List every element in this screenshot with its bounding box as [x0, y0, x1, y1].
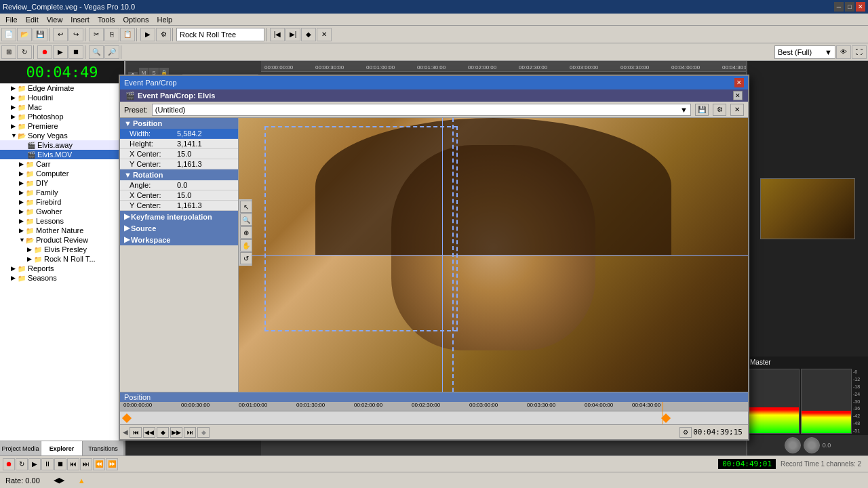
minimize-btn[interactable]: ─	[834, 2, 844, 12]
kf-next-btn[interactable]: ▶▶	[170, 427, 182, 438]
ycenter-rot-row[interactable]: Y Center: 1,161.3	[120, 201, 238, 211]
tree-item-reports[interactable]: ▶ 📁 Reports	[0, 264, 124, 273]
next-marker-btn[interactable]: ▶|	[285, 28, 300, 41]
preset-options-btn[interactable]: ⚙	[713, 104, 726, 116]
fullscreen-btn[interactable]: ⛶	[852, 45, 867, 59]
play-transport-btn[interactable]: ▶	[28, 458, 41, 470]
stop-transport-btn[interactable]: ⏹	[54, 458, 66, 470]
tree-item-elvis-mov[interactable]: 🎬 Elvis.MOV	[0, 150, 124, 159]
zoom-out-btn[interactable]: 🔎	[104, 45, 119, 59]
fwd-btn[interactable]: ⏩	[106, 458, 118, 470]
next-frame-btn[interactable]: ⏭	[80, 458, 92, 470]
tab-transitions[interactable]: Transitions	[83, 441, 124, 455]
workspace-group[interactable]: ▶ Workspace	[120, 234, 238, 245]
close-btn[interactable]: ✕	[856, 2, 865, 12]
paste-btn[interactable]: 📋	[120, 28, 135, 41]
loop-transport-btn[interactable]: ↻	[16, 458, 28, 470]
new-btn[interactable]: 📄	[1, 28, 16, 41]
kf-prev-btn[interactable]: ◀◀	[143, 427, 155, 438]
menu-options[interactable]: Options	[119, 16, 153, 24]
zoom-in-btn[interactable]: 🔍	[89, 45, 104, 59]
kf-play-btn[interactable]: ⏮	[130, 427, 142, 438]
tree-item-mac[interactable]: ▶ 📁 Mac	[0, 102, 124, 112]
crop-box[interactable]	[264, 126, 458, 331]
menu-view[interactable]: View	[43, 16, 67, 24]
preset-dropdown[interactable]: (Untitled) ▼	[152, 104, 691, 116]
maximize-btn[interactable]: □	[845, 2, 854, 12]
play-preview-btn[interactable]: ▶	[53, 45, 68, 59]
rotation-group[interactable]: ▼ Rotation	[120, 169, 238, 180]
ycenter-pos-row[interactable]: Y Center: 1,161.3	[120, 159, 238, 169]
redo-btn[interactable]: ↪	[68, 28, 83, 41]
tree-item-sony-vegas[interactable]: ▼ 📂 Sony Vegas	[0, 131, 124, 140]
properties-btn[interactable]: ⚙	[156, 28, 171, 41]
angle-row[interactable]: Angle: 0.0	[120, 180, 238, 190]
kf-options-btn[interactable]: ⚙	[679, 427, 692, 438]
height-row[interactable]: Height: 3,141.1	[120, 139, 238, 149]
tree-item-photoshop[interactable]: ▶ 📁 Photoshop	[0, 112, 124, 121]
record-transport-btn[interactable]: ⏺	[3, 458, 15, 470]
keyframe-group[interactable]: ▶ Keyframe interpolation	[120, 211, 238, 222]
loop-btn[interactable]: ↻	[17, 45, 32, 59]
tab-explorer[interactable]: Explorer	[41, 441, 83, 455]
tree-item-lessons[interactable]: ▶ 📁 Lessons	[0, 216, 124, 226]
project-dropdown[interactable]: Rock N Roll Tree	[176, 28, 264, 41]
event-pan-crop-dialog[interactable]: Event Pan/Crop ✕ 🎬 Event Pan/Crop: Elvis…	[119, 75, 749, 441]
file-tree[interactable]: ▶ 📁 Edge Animate ▶ 📁 Houdini ▶ 📁 Mac ▶ 📁…	[0, 83, 124, 441]
quality-dropdown[interactable]: Best (Full) ▼	[774, 45, 835, 59]
tree-item-firebird[interactable]: ▶ 📁 Firebird	[0, 197, 124, 207]
kf-marker-1[interactable]	[122, 413, 132, 423]
width-row[interactable]: Width: 5,584.2	[120, 129, 238, 139]
tree-item-edge-animate[interactable]: ▶ 📁 Edge Animate	[0, 83, 124, 93]
delete-marker-btn[interactable]: ✕	[317, 28, 332, 41]
stop-btn2[interactable]: ⏹	[68, 45, 83, 59]
inner-close-btn[interactable]: ✕	[733, 91, 743, 100]
tree-item-seasons[interactable]: ▶ 📁 Seasons	[0, 273, 124, 283]
tree-item-houdini[interactable]: ▶ 📁 Houdini	[0, 93, 124, 102]
save-btn[interactable]: 💾	[33, 28, 47, 41]
kf-end-btn[interactable]: ⏭	[184, 427, 196, 438]
menu-tools[interactable]: Tools	[94, 16, 119, 24]
copy-btn[interactable]: ⎘	[104, 28, 119, 41]
tree-item-elvis-away[interactable]: 🎬 Elvis.away	[0, 140, 124, 150]
dialog-close-btn[interactable]: ✕	[734, 78, 744, 87]
tree-item-diy[interactable]: ▶ 📁 DIY	[0, 178, 124, 188]
kf-delete-btn[interactable]: ◆	[197, 427, 210, 438]
dialog-preview[interactable]	[239, 118, 748, 392]
position-group[interactable]: ▼ Position	[120, 118, 238, 129]
source-group[interactable]: ▶ Source	[120, 222, 238, 234]
tree-item-computer[interactable]: ▶ 📁 Computer	[0, 169, 124, 178]
preset-close2-btn[interactable]: ✕	[730, 104, 744, 116]
menu-insert[interactable]: Insert	[66, 16, 94, 24]
tree-item-gwoher[interactable]: ▶ 📁 Gwoher	[0, 207, 124, 216]
prev-marker-btn[interactable]: |◀	[270, 28, 285, 41]
kf-add-btn[interactable]: ◆	[157, 427, 169, 438]
volume-knob[interactable]	[785, 437, 801, 453]
tree-item-rock[interactable]: ▶ 📁 Rock N Roll T...	[0, 254, 124, 264]
open-btn[interactable]: 📂	[17, 28, 32, 41]
kf-track[interactable]	[120, 411, 748, 424]
undo-btn[interactable]: ↩	[53, 28, 68, 41]
xcenter-rot-row[interactable]: X Center: 15.0	[120, 190, 238, 201]
snap-btn[interactable]: ⊞	[1, 45, 16, 59]
tree-item-family[interactable]: ▶ 📁 Family	[0, 188, 124, 197]
preview-btn[interactable]: 👁	[836, 45, 851, 59]
prev-frame-btn[interactable]: ⏮	[67, 458, 79, 470]
menu-edit[interactable]: Edit	[22, 16, 43, 24]
rewind-btn[interactable]: ⏪	[93, 458, 105, 470]
xcenter-pos-row[interactable]: X Center: 15.0	[120, 149, 238, 159]
tree-item-carr[interactable]: ▶ 📁 Carr	[0, 159, 124, 169]
tree-item-elvis-presley[interactable]: ▶ 📁 Elvis Presley	[0, 245, 124, 254]
pan-knob[interactable]	[804, 437, 820, 453]
cut-btn[interactable]: ✂	[89, 28, 104, 41]
add-marker-btn[interactable]: ◆	[301, 28, 316, 41]
pause-transport-btn[interactable]: ⏸	[41, 458, 54, 470]
tab-project-media[interactable]: Project Media	[0, 441, 41, 455]
render-btn[interactable]: ▶	[140, 28, 155, 41]
tree-item-product-review[interactable]: ▼ 📂 Product Review	[0, 235, 124, 245]
preset-save-btn[interactable]: 💾	[695, 104, 709, 116]
keyframe-timeline-area[interactable]: 00:00:00:00 00:00:30:00 00:01:00:00 00:0…	[120, 402, 748, 424]
tree-item-premiere[interactable]: ▶ 📁 Premiere	[0, 121, 124, 131]
menu-help[interactable]: Help	[153, 16, 176, 24]
record-btn[interactable]: ⏺	[37, 45, 52, 59]
